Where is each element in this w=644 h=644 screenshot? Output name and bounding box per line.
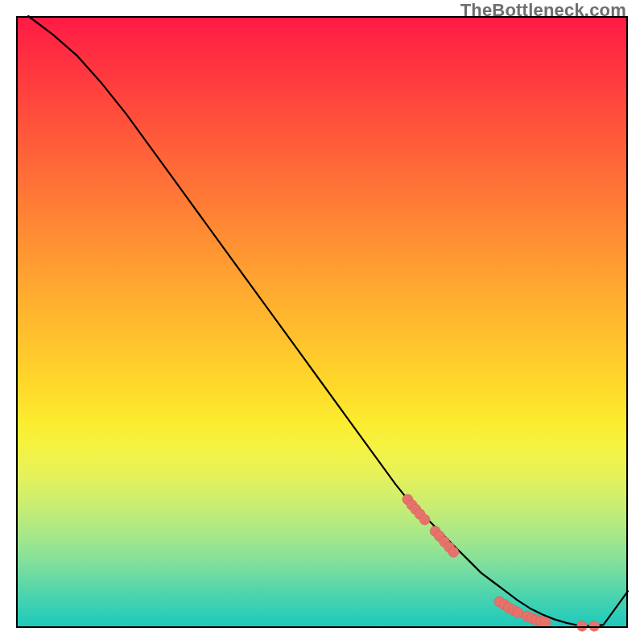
- curve-marker: [540, 617, 551, 628]
- curve-marker: [419, 514, 430, 525]
- curve-marker: [577, 621, 588, 631]
- chart-plot-area: [16, 16, 628, 628]
- curve-marker: [448, 547, 459, 557]
- bottleneck-curve-line: [28, 16, 628, 626]
- chart-svg: [16, 16, 628, 628]
- curve-marker: [513, 608, 523, 618]
- curve-markers-group: [402, 494, 600, 631]
- curve-marker: [589, 621, 600, 631]
